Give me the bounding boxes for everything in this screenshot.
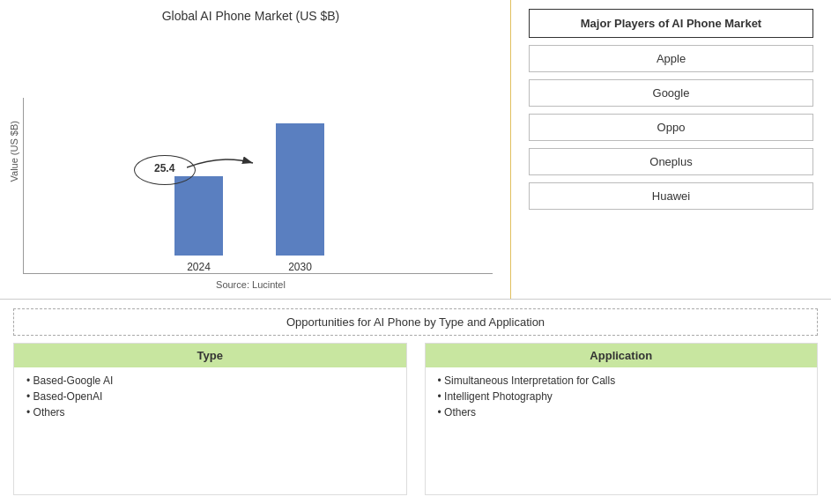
application-items: Simultaneous Interpretation for Calls In… [426, 367, 818, 426]
player-oppo: Oppo [529, 114, 813, 141]
source-text: Source: Lucintel [9, 279, 493, 290]
application-box: Application Simultaneous Interpretation … [425, 343, 819, 495]
app-item-1: Simultaneous Interpretation for Calls [438, 374, 805, 387]
main-container: Global AI Phone Market (US $B) Value (US… [0, 0, 831, 504]
type-item-3: Others [26, 406, 394, 419]
app-item-2: Intelligent Photography [438, 390, 805, 403]
type-items: Based-Google AI Based-OpenAI Others [14, 367, 406, 426]
major-players-title: Major Players of AI Phone Market [529, 9, 813, 38]
bar-label-2024: 2024 [187, 261, 211, 273]
arrow-svg [187, 154, 257, 181]
chart-inner: 2024 2030 25.4 [23, 98, 493, 274]
annotation-value: 25.4 [154, 162, 174, 174]
type-box: Type Based-Google AI Based-OpenAI Others [13, 343, 407, 495]
bars-container: 2024 2030 25.4 [23, 98, 493, 274]
player-oneplus: Oneplus [529, 148, 813, 175]
type-item-1: Based-Google AI [26, 374, 394, 387]
bar-group-2030: 2030 [276, 123, 324, 273]
player-huawei: Huawei [529, 182, 813, 210]
type-application-row: Type Based-Google AI Based-OpenAI Others… [13, 343, 818, 495]
player-google: Google [529, 79, 813, 107]
app-item-3: Others [438, 406, 805, 419]
type-item-2: Based-OpenAI [26, 390, 394, 403]
y-axis-label: Value (US $B) [9, 121, 19, 182]
chart-title: Global AI Phone Market (US $B) [9, 9, 493, 23]
chart-area: Global AI Phone Market (US $B) Value (US… [0, 0, 511, 299]
bottom-section: Opportunities for AI Phone by Type and A… [0, 300, 831, 504]
bar-2030 [276, 123, 324, 256]
bar-2024 [174, 176, 223, 256]
type-header: Type [14, 344, 406, 367]
chart-body: Value (US $B) 2024 2030 [9, 28, 493, 274]
application-header: Application [426, 344, 818, 367]
opportunities-title: Opportunities for AI Phone by Type and A… [13, 308, 818, 336]
bar-group-2024: 2024 [174, 176, 223, 273]
right-panel: Major Players of AI Phone Market Apple G… [511, 0, 831, 299]
top-section: Global AI Phone Market (US $B) Value (US… [0, 0, 831, 300]
player-apple: Apple [529, 45, 813, 72]
bar-label-2030: 2030 [288, 261, 312, 273]
